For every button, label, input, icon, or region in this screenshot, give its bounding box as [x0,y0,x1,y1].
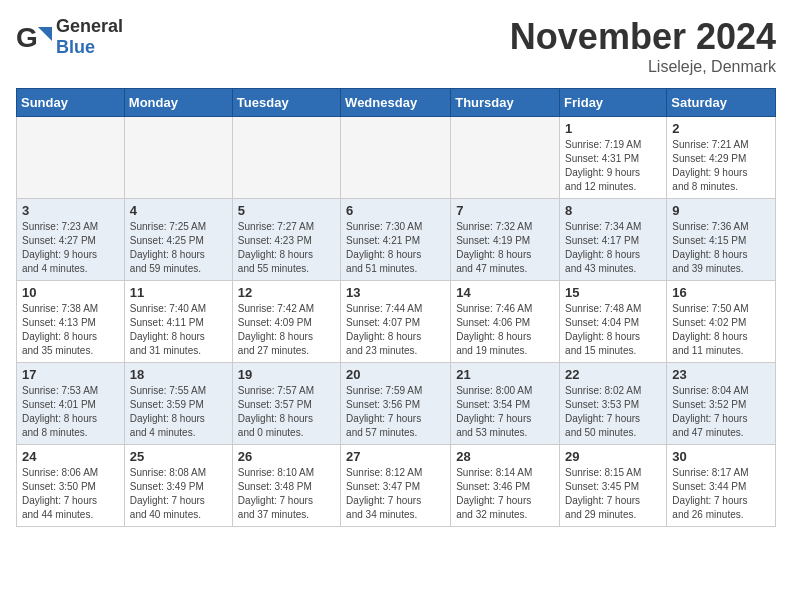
day-info: Sunrise: 7:38 AMSunset: 4:13 PMDaylight:… [22,302,119,358]
day-info: Sunrise: 8:12 AMSunset: 3:47 PMDaylight:… [346,466,445,522]
day-info: Sunrise: 7:46 AMSunset: 4:06 PMDaylight:… [456,302,554,358]
day-number: 20 [346,367,445,382]
logo-text: General Blue [56,16,123,58]
table-row: 5Sunrise: 7:27 AMSunset: 4:23 PMDaylight… [232,199,340,281]
day-number: 6 [346,203,445,218]
day-info: Sunrise: 8:02 AMSunset: 3:53 PMDaylight:… [565,384,661,440]
day-info: Sunrise: 7:34 AMSunset: 4:17 PMDaylight:… [565,220,661,276]
day-info: Sunrise: 7:50 AMSunset: 4:02 PMDaylight:… [672,302,770,358]
day-number: 19 [238,367,335,382]
table-row: 17Sunrise: 7:53 AMSunset: 4:01 PMDayligh… [17,363,125,445]
day-number: 13 [346,285,445,300]
day-number: 12 [238,285,335,300]
table-row: 27Sunrise: 8:12 AMSunset: 3:47 PMDayligh… [341,445,451,527]
svg-marker-1 [38,27,52,41]
day-info: Sunrise: 7:19 AMSunset: 4:31 PMDaylight:… [565,138,661,194]
col-tuesday: Tuesday [232,89,340,117]
day-info: Sunrise: 8:15 AMSunset: 3:45 PMDaylight:… [565,466,661,522]
logo: G General Blue [16,16,123,58]
day-number: 22 [565,367,661,382]
day-info: Sunrise: 8:08 AMSunset: 3:49 PMDaylight:… [130,466,227,522]
day-info: Sunrise: 8:14 AMSunset: 3:46 PMDaylight:… [456,466,554,522]
day-number: 4 [130,203,227,218]
table-row: 24Sunrise: 8:06 AMSunset: 3:50 PMDayligh… [17,445,125,527]
table-row [124,117,232,199]
table-row: 4Sunrise: 7:25 AMSunset: 4:25 PMDaylight… [124,199,232,281]
table-row: 6Sunrise: 7:30 AMSunset: 4:21 PMDaylight… [341,199,451,281]
page: G General Blue November 2024 Liseleje, D… [0,0,792,543]
month-title: November 2024 [510,16,776,58]
table-row [451,117,560,199]
day-info: Sunrise: 7:36 AMSunset: 4:15 PMDaylight:… [672,220,770,276]
day-info: Sunrise: 7:30 AMSunset: 4:21 PMDaylight:… [346,220,445,276]
col-saturday: Saturday [667,89,776,117]
day-number: 24 [22,449,119,464]
day-number: 26 [238,449,335,464]
calendar-week-row: 1Sunrise: 7:19 AMSunset: 4:31 PMDaylight… [17,117,776,199]
table-row: 30Sunrise: 8:17 AMSunset: 3:44 PMDayligh… [667,445,776,527]
calendar-week-row: 24Sunrise: 8:06 AMSunset: 3:50 PMDayligh… [17,445,776,527]
table-row: 28Sunrise: 8:14 AMSunset: 3:46 PMDayligh… [451,445,560,527]
table-row: 20Sunrise: 7:59 AMSunset: 3:56 PMDayligh… [341,363,451,445]
table-row: 8Sunrise: 7:34 AMSunset: 4:17 PMDaylight… [560,199,667,281]
table-row: 26Sunrise: 8:10 AMSunset: 3:48 PMDayligh… [232,445,340,527]
table-row: 15Sunrise: 7:48 AMSunset: 4:04 PMDayligh… [560,281,667,363]
day-info: Sunrise: 8:06 AMSunset: 3:50 PMDaylight:… [22,466,119,522]
day-info: Sunrise: 7:42 AMSunset: 4:09 PMDaylight:… [238,302,335,358]
calendar-week-row: 10Sunrise: 7:38 AMSunset: 4:13 PMDayligh… [17,281,776,363]
day-number: 27 [346,449,445,464]
table-row: 14Sunrise: 7:46 AMSunset: 4:06 PMDayligh… [451,281,560,363]
col-friday: Friday [560,89,667,117]
day-number: 28 [456,449,554,464]
day-info: Sunrise: 7:48 AMSunset: 4:04 PMDaylight:… [565,302,661,358]
table-row [17,117,125,199]
table-row: 25Sunrise: 8:08 AMSunset: 3:49 PMDayligh… [124,445,232,527]
table-row: 18Sunrise: 7:55 AMSunset: 3:59 PMDayligh… [124,363,232,445]
day-info: Sunrise: 8:17 AMSunset: 3:44 PMDaylight:… [672,466,770,522]
day-info: Sunrise: 7:27 AMSunset: 4:23 PMDaylight:… [238,220,335,276]
day-number: 1 [565,121,661,136]
table-row: 7Sunrise: 7:32 AMSunset: 4:19 PMDaylight… [451,199,560,281]
day-number: 8 [565,203,661,218]
table-row: 22Sunrise: 8:02 AMSunset: 3:53 PMDayligh… [560,363,667,445]
day-number: 18 [130,367,227,382]
col-sunday: Sunday [17,89,125,117]
day-number: 2 [672,121,770,136]
day-info: Sunrise: 7:59 AMSunset: 3:56 PMDaylight:… [346,384,445,440]
day-info: Sunrise: 7:23 AMSunset: 4:27 PMDaylight:… [22,220,119,276]
col-thursday: Thursday [451,89,560,117]
day-number: 9 [672,203,770,218]
table-row [232,117,340,199]
day-number: 10 [22,285,119,300]
table-row: 10Sunrise: 7:38 AMSunset: 4:13 PMDayligh… [17,281,125,363]
day-info: Sunrise: 7:40 AMSunset: 4:11 PMDaylight:… [130,302,227,358]
table-row: 1Sunrise: 7:19 AMSunset: 4:31 PMDaylight… [560,117,667,199]
svg-text:G: G [16,22,38,53]
day-number: 30 [672,449,770,464]
table-row: 21Sunrise: 8:00 AMSunset: 3:54 PMDayligh… [451,363,560,445]
logo-general-text: General [56,16,123,37]
day-number: 3 [22,203,119,218]
logo-blue-text: Blue [56,37,123,58]
day-info: Sunrise: 7:53 AMSunset: 4:01 PMDaylight:… [22,384,119,440]
table-row: 29Sunrise: 8:15 AMSunset: 3:45 PMDayligh… [560,445,667,527]
table-row: 11Sunrise: 7:40 AMSunset: 4:11 PMDayligh… [124,281,232,363]
col-wednesday: Wednesday [341,89,451,117]
calendar-header-row: Sunday Monday Tuesday Wednesday Thursday… [17,89,776,117]
day-number: 29 [565,449,661,464]
day-info: Sunrise: 7:21 AMSunset: 4:29 PMDaylight:… [672,138,770,194]
day-number: 17 [22,367,119,382]
day-info: Sunrise: 8:10 AMSunset: 3:48 PMDaylight:… [238,466,335,522]
header: G General Blue November 2024 Liseleje, D… [16,16,776,76]
table-row: 3Sunrise: 7:23 AMSunset: 4:27 PMDaylight… [17,199,125,281]
day-number: 5 [238,203,335,218]
day-number: 15 [565,285,661,300]
table-row [341,117,451,199]
calendar-week-row: 3Sunrise: 7:23 AMSunset: 4:27 PMDaylight… [17,199,776,281]
day-number: 11 [130,285,227,300]
day-info: Sunrise: 8:00 AMSunset: 3:54 PMDaylight:… [456,384,554,440]
day-info: Sunrise: 8:04 AMSunset: 3:52 PMDaylight:… [672,384,770,440]
day-info: Sunrise: 7:25 AMSunset: 4:25 PMDaylight:… [130,220,227,276]
table-row: 12Sunrise: 7:42 AMSunset: 4:09 PMDayligh… [232,281,340,363]
table-row: 23Sunrise: 8:04 AMSunset: 3:52 PMDayligh… [667,363,776,445]
